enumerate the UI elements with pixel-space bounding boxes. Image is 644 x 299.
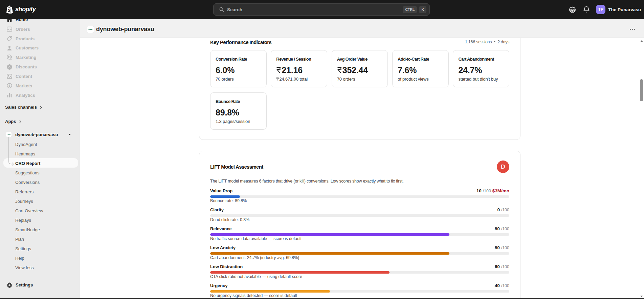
svg-text:S: S (8, 8, 10, 13)
svg-text:$: $ (8, 84, 10, 87)
